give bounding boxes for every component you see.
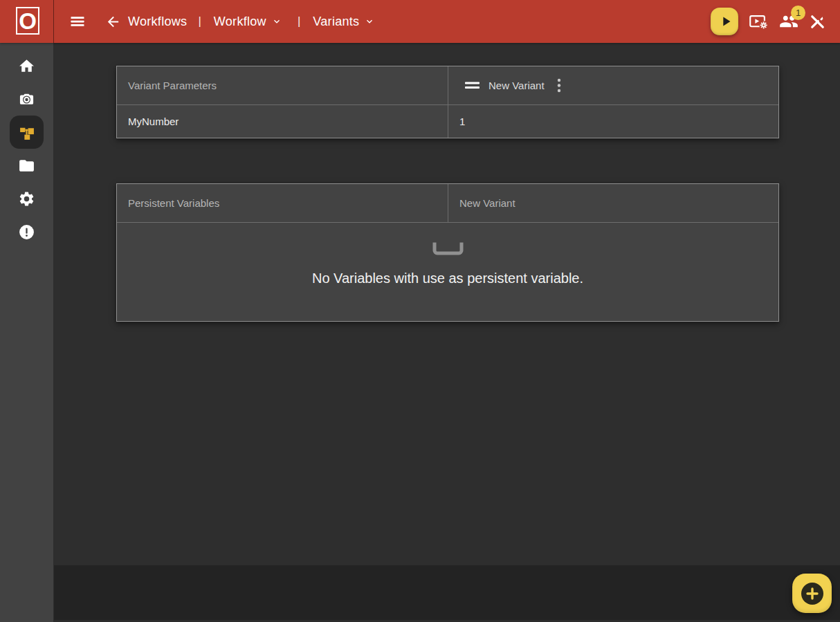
parameter-name: MyNumber [128, 116, 179, 127]
hamburger-icon [69, 13, 86, 30]
back-button[interactable] [105, 14, 121, 30]
play-icon [718, 14, 733, 29]
plus-icon [801, 583, 823, 605]
sidebar-item-home[interactable] [10, 49, 44, 82]
logo-letter: O [19, 10, 37, 33]
users-button[interactable]: 1 [779, 12, 798, 31]
table-row: MyNumber 1 [117, 104, 778, 138]
persistent-variables-title-cell: Persistent Variables [117, 184, 448, 222]
breadcrumb-separator: | [198, 15, 201, 28]
variant-parameters-table: Variant Parameters New Variant MyNumber … [116, 66, 779, 138]
sidebar [0, 43, 53, 622]
sidebar-item-files[interactable] [10, 149, 44, 182]
variant-parameters-title-cell: Variant Parameters [117, 66, 448, 104]
chevron-down-icon [271, 16, 282, 27]
kebab-icon [557, 78, 561, 93]
breadcrumb-workflows[interactable]: Workflows [128, 15, 187, 29]
add-variable-fab[interactable] [792, 574, 832, 613]
video-settings-button[interactable] [749, 13, 769, 30]
home-icon [18, 57, 35, 75]
persistent-variant-column-header: New Variant [459, 197, 515, 209]
sidebar-item-settings[interactable] [10, 182, 44, 215]
variant-parameters-header-row: Variant Parameters New Variant [117, 66, 778, 104]
empty-tray-icon [432, 242, 464, 256]
folder-icon [18, 157, 35, 174]
camera-icon [18, 91, 35, 108]
drag-handle-icon[interactable] [465, 81, 480, 90]
arrow-back-icon [105, 14, 121, 30]
sidebar-item-workflows[interactable] [10, 116, 44, 149]
sidebar-item-camera[interactable] [10, 82, 44, 116]
app-logo: O [16, 7, 39, 35]
edit-off-icon [809, 13, 826, 30]
user-count-badge: 1 [791, 6, 805, 20]
run-workflow-button[interactable] [711, 8, 738, 35]
workflow-icon [18, 124, 35, 141]
alert-icon [18, 223, 35, 241]
top-app-bar: O Workflows | Workflow | [0, 0, 840, 43]
persistent-variant-header-cell: New Variant [448, 184, 778, 222]
variant-column-header: New Variant [489, 80, 545, 91]
variants-dropdown[interactable]: Variants [313, 15, 375, 29]
persistent-variables-header-row: Persistent Variables New Variant [117, 184, 778, 222]
parameter-value: 1 [459, 116, 465, 127]
chevron-down-icon [364, 16, 375, 27]
breadcrumb: Workflows | Workflow | Variants [69, 13, 375, 30]
sidebar-item-alerts[interactable] [10, 215, 44, 248]
breadcrumb-separator: | [298, 15, 300, 28]
app-window: O Workflows | Workflow | [0, 0, 840, 622]
exit-edit-button[interactable] [809, 13, 826, 30]
persistent-variables-table: Persistent Variables New Variant No Vari… [116, 183, 779, 322]
bottom-bar [54, 565, 840, 622]
variants-dropdown-label: Variants [313, 15, 359, 29]
parameter-name-cell: MyNumber [117, 105, 448, 138]
video-settings-icon [749, 13, 769, 30]
persistent-variables-title: Persistent Variables [128, 197, 219, 209]
parameter-value-cell[interactable]: 1 [448, 105, 778, 138]
empty-state-message: No Variables with use as persistent vari… [312, 271, 583, 286]
variant-menu-button[interactable] [554, 77, 564, 94]
topbar-actions: 1 [711, 8, 826, 35]
empty-state: No Variables with use as persistent vari… [117, 222, 778, 321]
workflow-dropdown[interactable]: Workflow [214, 15, 282, 29]
gear-icon [18, 190, 35, 208]
menu-button[interactable] [69, 13, 86, 30]
topbar-divider [53, 0, 54, 43]
variant-column-header-cell: New Variant [448, 66, 778, 104]
variant-parameters-title: Variant Parameters [128, 80, 217, 91]
workflow-dropdown-label: Workflow [214, 15, 266, 29]
